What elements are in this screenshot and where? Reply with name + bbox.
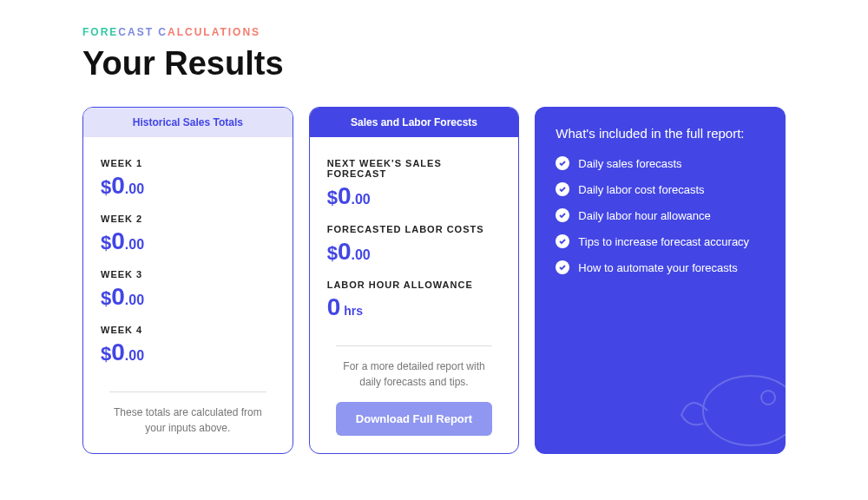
eyebrow: FORECAST CALCULATIONS	[82, 26, 786, 38]
svg-point-1	[761, 391, 775, 405]
amount-major: 0	[327, 293, 341, 320]
eyebrow-part-1: FORE	[82, 26, 118, 38]
week-4-value: $0.00	[101, 339, 275, 366]
week-4-label: WEEK 4	[101, 325, 275, 335]
amount-major: 0	[338, 238, 352, 265]
page-title: Your Results	[82, 45, 786, 82]
amount-major: 0	[111, 339, 125, 365]
amount-minor: .00	[125, 181, 144, 196]
forecast-body: NEXT WEEK'S SALES FORECAST $0.00 FORECAS…	[310, 137, 519, 453]
forecast-sales-value: $0.00	[327, 182, 502, 210]
report-list: Daily sales forecasts Daily labor cost f…	[556, 156, 765, 286]
week-2-label: WEEK 2	[101, 214, 275, 224]
amount-minor: .00	[125, 348, 144, 363]
forecast-labor-cost-value: $0.00	[327, 238, 502, 266]
check-icon	[556, 182, 569, 196]
download-full-report-button[interactable]: Download Full Report	[336, 402, 493, 436]
forecast-item-hours: LABOR HOUR ALLOWANCE 0hrs	[327, 274, 502, 330]
decorative-art	[655, 332, 786, 454]
check-icon	[556, 208, 569, 222]
historical-header: Historical Sales Totals	[83, 108, 293, 137]
report-item-label: Daily labor cost forecasts	[578, 183, 704, 196]
dollar-sign: $	[101, 343, 111, 365]
report-card: What's included in the full report: Dail…	[535, 107, 786, 454]
svg-point-0	[703, 376, 786, 445]
report-item: How to automate your forecasts	[556, 260, 765, 274]
amount-major: 0	[111, 172, 125, 199]
amount-unit: hrs	[344, 304, 363, 318]
check-icon	[556, 260, 569, 274]
historical-note: These totals are calculated from your in…	[109, 391, 266, 436]
forecast-item-sales: NEXT WEEK'S SALES FORECAST $0.00	[327, 153, 502, 219]
forecast-header: Sales and Labor Forecsts	[310, 108, 519, 137]
week-3-label: WEEK 3	[101, 269, 275, 280]
week-1-label: WEEK 1	[101, 158, 275, 168]
week-3-value: $0.00	[101, 283, 275, 311]
amount-minor: .00	[125, 293, 144, 307]
historical-body: WEEK 1 $0.00 WEEK 2 $0.00 WEEK 3 $0.00 W…	[83, 137, 293, 453]
forecast-hours-value: 0hrs	[327, 293, 502, 321]
forecast-card: Sales and Labor Forecsts NEXT WEEK'S SAL…	[309, 107, 520, 454]
report-item: Daily labor hour allowance	[556, 208, 765, 222]
check-icon	[556, 156, 569, 170]
dollar-sign: $	[101, 176, 111, 198]
report-item-label: How to automate your forecasts	[578, 261, 738, 274]
report-item-label: Daily sales forecasts	[578, 157, 681, 170]
forecast-note: For a more detailed report with daily fo…	[336, 359, 493, 390]
report-item: Daily sales forecasts	[556, 156, 765, 170]
report-item-label: Tips to increase forecast accuracy	[578, 235, 749, 248]
eyebrow-part-3: ALCULATIONS	[168, 26, 260, 38]
check-icon	[556, 234, 569, 248]
dollar-sign: $	[101, 287, 111, 309]
amount-major: 0	[111, 283, 125, 310]
eyebrow-part-2: CAST C	[118, 26, 168, 38]
dollar-sign: $	[327, 187, 338, 208]
amount-major: 0	[111, 227, 125, 254]
report-item: Daily labor cost forecasts	[556, 182, 765, 196]
forecast-sales-label: NEXT WEEK'S SALES FORECAST	[327, 158, 502, 179]
week-3: WEEK 3 $0.00	[101, 264, 275, 319]
dollar-sign: $	[101, 232, 111, 253]
report-title: What's included in the full report:	[556, 126, 765, 141]
week-4: WEEK 4 $0.00	[101, 319, 275, 375]
dollar-sign: $	[327, 242, 338, 264]
amount-minor: .00	[352, 192, 371, 207]
amount-minor: .00	[125, 237, 144, 252]
forecast-item-labor-cost: FORECASTED LABOR COSTS $0.00	[327, 219, 502, 274]
forecast-hours-label: LABOR HOUR ALLOWANCE	[327, 280, 502, 290]
amount-minor: .00	[352, 247, 371, 262]
forecast-note-wrap: For a more detailed report with daily fo…	[336, 345, 493, 436]
week-2: WEEK 2 $0.00	[101, 208, 275, 264]
historical-card: Historical Sales Totals WEEK 1 $0.00 WEE…	[82, 107, 293, 454]
forecast-labor-cost-label: FORECASTED LABOR COSTS	[327, 224, 502, 234]
report-item: Tips to increase forecast accuracy	[556, 234, 765, 248]
week-1-value: $0.00	[101, 172, 275, 200]
report-item-label: Daily labor hour allowance	[578, 209, 710, 222]
amount-major: 0	[338, 182, 352, 209]
cards-row: Historical Sales Totals WEEK 1 $0.00 WEE…	[82, 107, 786, 454]
week-1: WEEK 1 $0.00	[101, 153, 275, 208]
week-2-value: $0.00	[101, 227, 275, 255]
